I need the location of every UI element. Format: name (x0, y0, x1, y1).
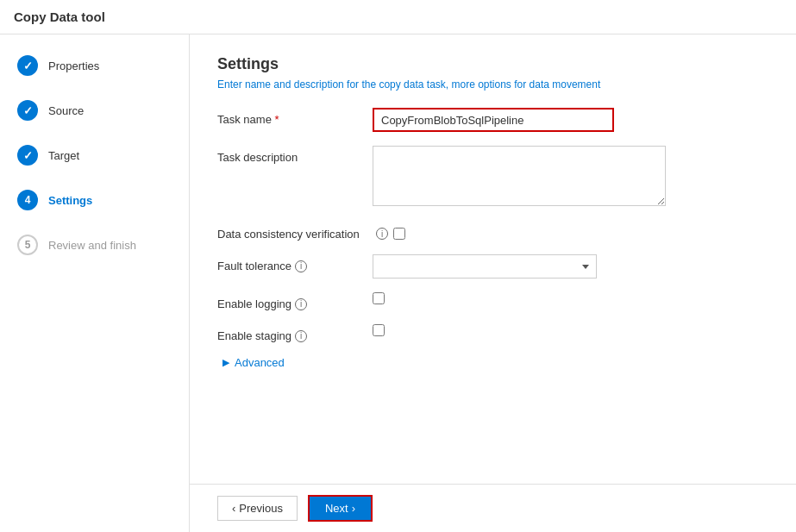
check-icon-1: ✓ (23, 59, 33, 72)
check-icon-3: ✓ (23, 149, 33, 162)
enable-staging-label-area: Enable staging i (217, 324, 373, 342)
data-consistency-control: i (373, 222, 768, 240)
page-title: Copy Data tool (14, 9, 105, 24)
previous-label: Previous (239, 502, 283, 515)
task-description-textarea[interactable] (373, 146, 666, 206)
sidebar-item-source[interactable]: ✓ Source (17, 100, 189, 121)
sidebar-label-review: Review and finish (48, 239, 136, 252)
sidebar: ✓ Properties ✓ Source ✓ Target 4 Setting… (0, 34, 190, 532)
top-bar: Copy Data tool (0, 0, 796, 34)
data-consistency-checkbox[interactable] (393, 228, 405, 240)
step-circle-1: ✓ (17, 55, 38, 76)
check-icon-2: ✓ (23, 104, 33, 117)
required-marker: * (275, 113, 279, 126)
fault-tolerance-control (373, 254, 768, 279)
data-consistency-label: Data consistency verification (217, 222, 373, 241)
sidebar-label-source: Source (48, 104, 84, 117)
enable-logging-label-area: Enable logging i (217, 292, 373, 310)
data-consistency-row: Data consistency verification i (217, 222, 768, 241)
enable-staging-row: Enable staging i (217, 324, 768, 342)
next-label: Next (325, 502, 348, 515)
previous-chevron-icon: ‹ (232, 502, 235, 515)
task-name-input[interactable] (373, 108, 614, 132)
data-consistency-checkbox-row: i (373, 222, 768, 240)
content-scroll: Settings Enter name and description for … (190, 34, 796, 484)
data-consistency-info-icon[interactable]: i (376, 228, 388, 240)
enable-staging-info-icon[interactable]: i (295, 330, 307, 342)
chevron-right-icon: ▶ (223, 357, 229, 368)
sidebar-label-properties: Properties (48, 59, 99, 72)
sidebar-label-settings: Settings (48, 194, 92, 207)
enable-staging-control (373, 324, 768, 339)
task-name-label: Task name * (217, 108, 373, 126)
step-number-5: 5 (25, 239, 31, 251)
step-circle-3: ✓ (17, 145, 38, 166)
next-chevron-icon: › (352, 502, 355, 515)
enable-logging-info-icon[interactable]: i (295, 298, 307, 310)
section-subtitle: Enter name and description for the copy … (217, 78, 768, 91)
step-circle-5: 5 (17, 235, 38, 255)
sidebar-label-target: Target (48, 149, 79, 162)
task-description-control (373, 146, 768, 209)
enable-logging-row: Enable logging i (217, 292, 768, 310)
fault-tolerance-label-area: Fault tolerance i (217, 254, 373, 272)
next-button[interactable]: Next › (308, 495, 373, 522)
advanced-row[interactable]: ▶ Advanced (217, 356, 768, 369)
sidebar-item-properties[interactable]: ✓ Properties (17, 55, 189, 76)
step-number-4: 4 (25, 194, 31, 206)
task-description-label: Task description (217, 146, 373, 164)
step-circle-4: 4 (17, 190, 38, 210)
section-title: Settings (217, 55, 768, 73)
bottom-bar: ‹ Previous Next › (190, 484, 796, 532)
step-circle-2: ✓ (17, 100, 38, 121)
sidebar-item-settings[interactable]: 4 Settings (17, 190, 189, 210)
task-name-control (373, 108, 768, 132)
fault-tolerance-row: Fault tolerance i (217, 254, 768, 279)
main-container: ✓ Properties ✓ Source ✓ Target 4 Setting… (0, 34, 796, 532)
enable-staging-checkbox[interactable] (373, 324, 385, 336)
fault-tolerance-info-icon[interactable]: i (295, 260, 307, 272)
enable-logging-checkbox[interactable] (373, 292, 385, 304)
fault-tolerance-select[interactable] (373, 254, 597, 279)
content-area: Settings Enter name and description for … (190, 34, 796, 532)
previous-button[interactable]: ‹ Previous (217, 496, 298, 521)
task-name-row: Task name * (217, 108, 768, 132)
sidebar-item-review[interactable]: 5 Review and finish (17, 235, 189, 255)
advanced-label[interactable]: Advanced (235, 356, 285, 369)
sidebar-item-target[interactable]: ✓ Target (17, 145, 189, 166)
task-description-row: Task description (217, 146, 768, 209)
enable-logging-control (373, 292, 768, 307)
